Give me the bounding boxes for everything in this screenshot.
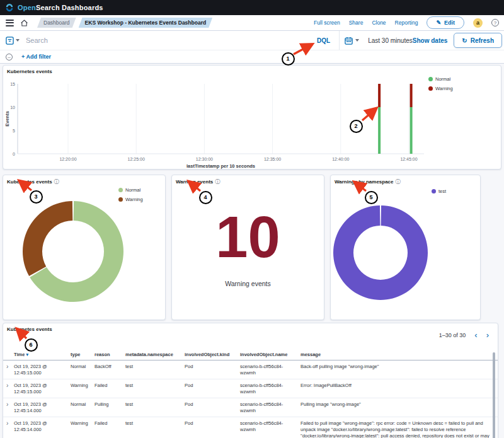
chart-legend: Normal Warning: [428, 76, 453, 95]
show-dates-link[interactable]: Show dates: [413, 37, 448, 44]
metric-value: 10: [172, 208, 324, 266]
pie-legend: test: [432, 188, 446, 198]
cell-type: Normal: [71, 360, 94, 372]
query-language-menu[interactable]: [0, 37, 23, 45]
expand-row-icon[interactable]: ›: [6, 360, 14, 372]
svg-text:12:45:00: 12:45:00: [400, 157, 417, 161]
menu-icon[interactable]: [6, 20, 14, 26]
caret-down-icon: [16, 39, 20, 42]
cell-kind: Pod: [185, 360, 240, 372]
legend-item-warning[interactable]: Warning: [428, 86, 453, 91]
panel-kubernetes-events-pie: Kubernetes eventsⓘ Normal Warning: [3, 175, 166, 320]
column-header-namespace[interactable]: metadata.namespace: [125, 349, 185, 360]
svg-text:0: 0: [13, 152, 15, 156]
panel-title: Kubernetes eventsⓘ: [3, 175, 165, 185]
column-header-time[interactable]: Time▾: [14, 349, 71, 360]
namespace-donut-chart[interactable]: [331, 185, 481, 320]
svg-text:lastTimestamp per 10 seconds: lastTimestamp per 10 seconds: [186, 163, 255, 169]
info-icon[interactable]: ⓘ: [396, 178, 401, 185]
dql-label[interactable]: DQL: [317, 37, 330, 44]
sort-desc-icon: ▾: [26, 352, 28, 357]
cell-name: scenario-b-cff56c84-wzwmh: [240, 360, 301, 379]
cell-reason: BackOff: [94, 360, 125, 372]
help-icon[interactable]: ?: [491, 19, 499, 26]
breadcrumb-dashboard[interactable]: Dashboard: [37, 18, 76, 28]
cell-type: Warning: [71, 379, 94, 391]
cell-reason: Pulling: [94, 398, 125, 410]
legend-item-normal[interactable]: Normal: [118, 187, 143, 193]
reporting-link[interactable]: Reporting: [395, 20, 418, 26]
filter-bar: – + Add filter: [0, 50, 504, 64]
page-prev-icon[interactable]: ‹: [474, 332, 477, 338]
panel-warning-events-metric: Warning eventsⓘ 10 Warning events: [171, 175, 324, 320]
events-bar-chart[interactable]: 12:20:0012:25:0012:30:0012:35:0012:40:00…: [3, 74, 501, 169]
annotation-number-4: 4: [199, 191, 212, 204]
table-row: ›Oct 19, 2023 @ 12:45:15.000WarningFaile…: [3, 379, 498, 398]
legend-item-test[interactable]: test: [432, 188, 446, 194]
annotation-number-6: 6: [25, 338, 38, 352]
cell-kind: Pod: [185, 398, 240, 410]
refresh-button[interactable]: ↻Refresh: [454, 33, 502, 48]
expand-row-icon[interactable]: ›: [6, 417, 14, 429]
opensearch-logo-icon: [5, 3, 14, 12]
column-header-name[interactable]: involvedObject.name: [240, 349, 301, 360]
legend-item-normal[interactable]: Normal: [428, 76, 453, 82]
expand-row-icon[interactable]: ›: [6, 379, 14, 391]
cell-reason: Failed: [94, 379, 125, 391]
home-icon[interactable]: [20, 19, 28, 27]
cell-type: Warning: [71, 417, 94, 429]
add-filter-link[interactable]: + Add filter: [21, 54, 51, 60]
table-header: Time▾ type reason metadata.namespace inv…: [3, 349, 498, 360]
table-row: ›Oct 19, 2023 @ 12:45:14.000NormalPullin…: [3, 398, 498, 417]
full-screen-link[interactable]: Full screen: [314, 20, 340, 26]
pie-legend: Normal Warning: [118, 187, 143, 206]
cell-name: scenario-b-cff56c84-wzwmh: [240, 417, 301, 435]
panel-kubernetes-events-table: Kubernetes events 1–30 of 30 ‹ › Time▾ t…: [3, 323, 498, 438]
column-header-reason[interactable]: reason: [94, 349, 125, 360]
column-header-type[interactable]: type: [71, 349, 94, 360]
cell-message: Failed to pull image "wrong-image": rpc …: [301, 417, 495, 438]
annotation-number-3: 3: [30, 190, 43, 204]
legend-item-warning[interactable]: Warning: [118, 197, 143, 202]
annotation-number-5: 5: [365, 191, 378, 204]
panel-kubernetes-events-chart: Kubernetes events 12:20:0012:25:0012:30:…: [3, 65, 501, 170]
filter-options-icon[interactable]: –: [6, 54, 13, 61]
clone-link[interactable]: Clone: [372, 20, 386, 26]
svg-text:12:35:00: 12:35:00: [264, 157, 281, 161]
search-input[interactable]: Search: [26, 37, 317, 44]
date-picker-button[interactable]: [340, 37, 364, 45]
share-link[interactable]: Share: [349, 20, 364, 26]
app-title: OpenSearch Dashboards: [18, 4, 103, 11]
svg-text:12:40:00: 12:40:00: [332, 157, 349, 161]
cell-time: Oct 19, 2023 @ 12:45:14.000: [14, 417, 71, 435]
time-range-value[interactable]: Last 30 minutes: [368, 37, 413, 44]
edit-button[interactable]: ✎Edit: [427, 16, 464, 29]
panel-title: Warning eventsⓘ: [172, 175, 324, 185]
cell-message: Pulling image "wrong-image": [301, 398, 495, 410]
query-bar: Search DQL Last 30 minutes Show dates ↻R…: [0, 31, 504, 50]
column-header-message[interactable]: message: [301, 349, 495, 360]
pagination-range: 1–30 of 30: [439, 332, 466, 338]
nav-bar: Dashboard EKS Workshop - Kubernetes Even…: [0, 15, 504, 31]
table-scrollbar[interactable]: [493, 352, 495, 438]
panel-title: Kubernetes events: [3, 323, 498, 332]
cell-time: Oct 19, 2023 @ 12:45:15.000: [14, 379, 71, 398]
pencil-icon: ✎: [436, 20, 441, 26]
app-header: OpenSearch Dashboards: [0, 0, 504, 15]
cell-namespace: test: [125, 360, 185, 372]
column-header-kind[interactable]: involvedObject.kind: [185, 349, 240, 360]
filter-square-icon: [6, 37, 14, 45]
pagination: 1–30 of 30 ‹ ›: [439, 332, 489, 338]
page-next-icon[interactable]: ›: [486, 332, 489, 338]
cell-message: Back-off pulling image "wrong-image": [301, 360, 495, 372]
panel-warnings-by-namespace: Warnings by namespaceⓘ test: [330, 175, 481, 320]
info-icon[interactable]: ⓘ: [54, 178, 59, 185]
cell-type: Normal: [71, 398, 94, 410]
info-icon[interactable]: ⓘ: [215, 178, 220, 185]
svg-text:12:25:00: 12:25:00: [128, 157, 145, 161]
table-body: ›Oct 19, 2023 @ 12:45:15.000NormalBackOf…: [3, 360, 498, 438]
cell-namespace: test: [125, 398, 185, 410]
cell-message: Error: ImagePullBackOff: [301, 379, 495, 391]
avatar[interactable]: a: [473, 18, 483, 28]
expand-row-icon[interactable]: ›: [6, 398, 14, 410]
